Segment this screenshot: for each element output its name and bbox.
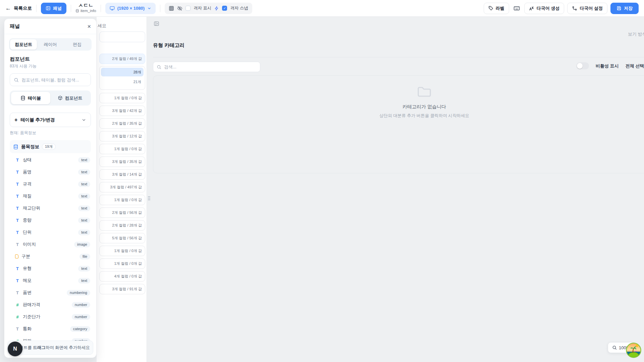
field-row[interactable]: T 단위 text [10, 226, 91, 238]
field-row[interactable]: T 유형 text [10, 262, 91, 275]
column-group-child[interactable]: 21개 [101, 77, 144, 86]
partial-instruction-text: 세요 [98, 23, 106, 29]
zoom-icon [612, 345, 617, 350]
field-type-badge: text [78, 181, 90, 187]
panel-toggle-button[interactable]: 패널 [41, 3, 66, 14]
inactive-toggle-label[interactable]: 비활성 표시 [596, 63, 619, 69]
chevron-down-icon [82, 118, 86, 122]
field-row[interactable]: T 이미지 image [10, 238, 91, 250]
column-group-item-expanded[interactable]: 2개 컬럼 / 49개 값 [99, 54, 145, 64]
field-row[interactable]: # 판매가격 number [10, 299, 91, 311]
mode-table-tab[interactable]: 테이블 [11, 92, 50, 104]
column-group-item[interactable]: 3개 컬럼 / 91개 값 [99, 284, 145, 294]
column-group-item[interactable]: 3개 컬럼 / 12개 값 [99, 131, 145, 141]
grid-show-label[interactable]: 격자 표시 [194, 5, 211, 11]
tab-components[interactable]: 컴포넌트 [10, 39, 37, 50]
field-row[interactable]: 구분 file [10, 250, 91, 262]
field-name: 품번 [23, 290, 32, 296]
field-type-badge: number [72, 302, 90, 308]
table-group-header[interactable]: 품목정보 19개 [10, 140, 91, 153]
canvas-search-input[interactable] [164, 64, 257, 69]
empty-state-title: 카테고리가 없습니다 [402, 104, 446, 110]
grid-show-checkbox[interactable] [185, 6, 191, 11]
category-empty-state: 카테고리가 없습니다 상단의 대분류 추가 버튼을 클릭하여 시작하세요 [153, 75, 644, 173]
mode-component-tab[interactable]: 컴포넌트 [50, 92, 90, 104]
field-row[interactable]: T 중량 text [10, 214, 91, 226]
close-icon[interactable]: × [87, 23, 91, 29]
grid-snap-checkbox[interactable]: ✓ [222, 6, 227, 11]
topbar-right: 라벨 다국어 생성 다국어 설정 저장 [484, 3, 639, 14]
field-name: 메모 [23, 278, 32, 284]
field-row[interactable]: T 재고단위 text [10, 202, 91, 214]
keyboard-shortcuts-button[interactable] [512, 4, 521, 13]
field-type-badge: category [70, 326, 90, 332]
divider [71, 5, 71, 12]
category-column-panel: 세요 2개 컬럼 / 49개 값 28개21개 1개 컬럼 / 0개 값3개 컬… [97, 17, 147, 362]
field-row[interactable]: T 재질 text [10, 190, 91, 202]
source-mode-switch: 테이블 컴포넌트 [10, 90, 91, 106]
category-search-input[interactable] [99, 32, 145, 42]
components-available-count: 83개 사용 가능 [10, 63, 91, 69]
column-group-item[interactable]: 1개 컬럼 / 0개 값 [99, 258, 145, 269]
field-type-icon: # [15, 302, 20, 307]
add-table-dropdown[interactable]: + 테이블 추가/변경 [10, 113, 91, 127]
folder-icon [417, 85, 432, 98]
field-row[interactable]: T 메모 text [10, 275, 91, 287]
grid-snap-label[interactable]: 격자 스냅 [230, 5, 248, 11]
divider [101, 5, 101, 12]
field-type-badge: text [78, 205, 90, 211]
column-group-item[interactable]: 5개 컬럼 / 56개 값 [99, 233, 145, 243]
field-row[interactable]: # 기준단가 number [10, 311, 91, 323]
column-group-child[interactable]: 28개 [101, 68, 144, 76]
search-icon [157, 65, 161, 69]
lightning-icon [214, 6, 219, 11]
i18n-generate-button[interactable]: 다국어 생성 [524, 3, 565, 14]
column-group-item[interactable]: 2개 컬럼 / 35개 값 [99, 118, 145, 129]
column-group-item[interactable]: 1개 컬럼 / 0개 값 [99, 144, 145, 154]
field-name: 중량 [23, 217, 32, 223]
column-group-item[interactable]: 1개 컬럼 / 0개 값 [99, 246, 145, 256]
table-field-count-badge: 19개 [42, 143, 56, 150]
island-badge-icon[interactable] [626, 343, 641, 358]
divider [36, 5, 37, 12]
panel-resize-handle[interactable] [148, 195, 151, 201]
i18n-settings-button[interactable]: 다국어 설정 [567, 3, 607, 14]
collapse-panel-button[interactable] [153, 20, 160, 27]
tag-icon [488, 6, 493, 11]
view-mode-label[interactable]: 보기 방식 [628, 31, 644, 37]
inactive-toggle[interactable] [576, 62, 589, 69]
tab-layers[interactable]: 레이어 [37, 39, 64, 50]
column-group-item[interactable]: 3개 컬럼 / 35개 값 [99, 157, 145, 167]
select-all-button[interactable]: 전체 선택 [626, 63, 644, 69]
column-group-item[interactable]: 3개 컬럼 / 42개 값 [99, 106, 145, 116]
grid-options-group: 격자 표시 ✓ 격자 스냅 [165, 3, 252, 14]
label-button[interactable]: 라벨 [484, 3, 509, 14]
column-group-item[interactable]: 4개 컬럼 / 0개 값 [99, 271, 145, 282]
column-group-item[interactable]: 1개 컬럼 / 0개 값 [99, 195, 145, 205]
components-section-title: 컴포넌트 [10, 56, 91, 62]
field-row[interactable]: T 규격 text [10, 178, 91, 190]
screen-size-selector[interactable]: (644 × 362) [105, 3, 156, 14]
back-to-list-button[interactable]: ← 목록으로 [5, 5, 32, 12]
column-group-item[interactable]: 3개 컬럼 / 497개 값 [99, 182, 145, 192]
table-name: 품목정보 [21, 144, 39, 150]
field-name: 판매가격 [23, 302, 40, 308]
column-group-item[interactable]: 2개 컬럼 / 28개 값 [99, 220, 145, 231]
panel-body: 컴포넌트 83개 사용 가능 테이블 컴포넌트 + 테이블 추가/변경 [4, 51, 96, 347]
monitor-icon [110, 6, 115, 11]
field-type-icon: T [15, 278, 20, 283]
column-group-item[interactable]: 3개 컬럼 / 14개 값 [99, 169, 145, 180]
save-button[interactable]: 저장 [610, 3, 639, 14]
field-type-icon: T [15, 290, 20, 295]
workflow-icon [572, 6, 577, 11]
field-row[interactable]: T 품번 numbering [10, 287, 91, 299]
tab-edit[interactable]: 편집 [64, 39, 91, 50]
field-type-badge: text [78, 193, 90, 199]
component-search-input[interactable] [21, 77, 87, 82]
field-row[interactable]: T 품명 text [10, 166, 91, 178]
column-group-item[interactable]: 2개 컬럼 / 56개 값 [99, 207, 145, 218]
save-icon [616, 6, 622, 11]
field-row[interactable]: T 상태 text [10, 154, 91, 166]
column-group-item[interactable]: 1개 컬럼 / 0개 값 [99, 93, 145, 103]
field-row[interactable]: T 통화 category [10, 323, 91, 335]
